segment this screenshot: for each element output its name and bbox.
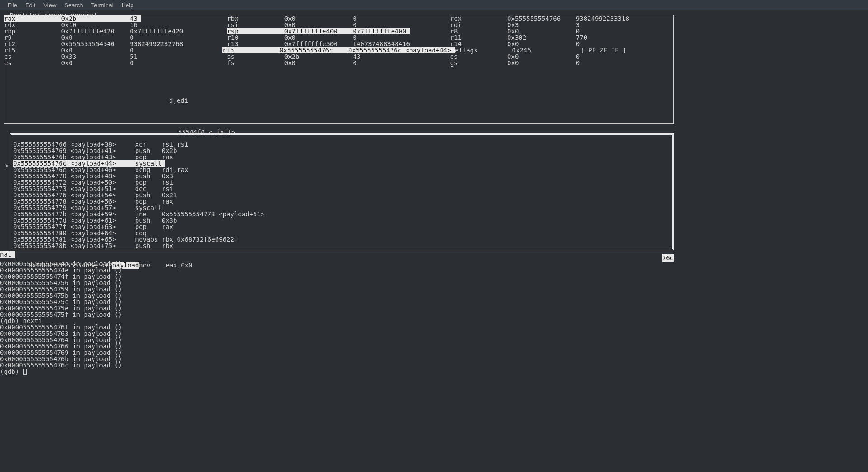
asm-line: 0x555555554773 <payload+51> dec rsi	[11, 186, 672, 192]
register-rax: rax 0x2b 43	[4, 15, 227, 22]
register-r11: r11 0x302 770	[450, 34, 673, 41]
asm-line: 0x555555554766 <payload+38> xor rsi,rsi	[11, 141, 672, 148]
asm-line: 0x555555554776 <payload+54> push 0x21	[11, 192, 672, 198]
register-rdi: rdi 0x3 3	[450, 22, 673, 28]
register-r8: r8 0x0 0	[450, 28, 673, 34]
console-line: 0x000055555555475c in payload ()	[0, 299, 122, 305]
register-rbx: rbx 0x0 0	[227, 15, 450, 22]
console-line: 0x0000555555554769 in payload ()	[0, 349, 122, 356]
menu-view[interactable]: View	[39, 2, 60, 9]
asm-line: 0x55555555476b <payload+43> pop rax	[11, 154, 672, 160]
asm-line: 0x55555555477b <payload+59> jne 0x555555…	[11, 211, 672, 217]
console-line: 0x000055555555476c in payload ()	[0, 362, 122, 368]
asm-line: 0x555555554781 <payload+65> movabs rbx,0…	[11, 236, 672, 243]
console-line: 0x000055555555475f in payload ()	[0, 311, 122, 318]
register-rip: rip 0x55555555476c 0x55555555476c <paylo…	[222, 47, 455, 53]
menu-help[interactable]: Help	[118, 2, 138, 9]
register-rbp: rbp 0x7fffffffe420 0x7fffffffe420	[4, 28, 227, 34]
gdb-prompt[interactable]: (gdb)	[0, 368, 122, 375]
asm-line: 0x555555554778 <payload+56> pop rax	[11, 198, 672, 205]
disassembly-panel: 0x555555554766 <payload+38> xor rsi,rsi0…	[10, 133, 674, 250]
register-fs: fs 0x0 0	[227, 60, 450, 66]
register-ss: ss 0x2b 43	[227, 53, 450, 60]
register-eflags: eflags 0x246 [ PF ZF IF ]	[455, 47, 673, 53]
asm-line: 0x555555554770 <payload+48> push 0x3	[11, 173, 672, 179]
register-r9: r9 0x0 0	[4, 34, 227, 41]
console-line: 0x000055555555476b in payload ()	[0, 356, 122, 362]
asm-line: 0x55555555476e <payload+46> xchg rdi,rax	[11, 167, 672, 173]
register-es: es 0x0 0	[4, 60, 227, 66]
console-line: 0x000055555555474f in payload ()	[0, 273, 122, 280]
console-line: 0x0000555555554763 in payload ()	[0, 330, 122, 337]
register-gs: gs 0x0 0	[450, 60, 673, 66]
console-line: (gdb) nexti	[0, 318, 122, 324]
console-line: 0x0000555555554761 in payload ()	[0, 324, 122, 330]
console-line: 0x0000555555554759 in payload ()	[0, 286, 122, 292]
register-panel: rax 0x2b 43 rbx 0x0 0rcx 0x555555554766 …	[4, 15, 674, 124]
asm-line: 0x555555554779 <payload+57> syscall	[11, 205, 672, 211]
console-line: 0x000055555555474c in payload ()	[0, 261, 122, 267]
register-rsp: rsp 0x7fffffffe400 0x7fffffffe400	[227, 28, 450, 34]
gdb-console[interactable]: 0x000055555555474c in payload ()0x000055…	[0, 261, 122, 375]
register-rcx: rcx 0x555555554766 93824992233318	[450, 15, 673, 22]
asm-line: 0x55555555476c <payload+44> syscall	[11, 160, 672, 167]
register-row: r12 0x555555554540 93824992232768r13 0x7…	[4, 41, 673, 47]
menu-bar: File Edit View Search Terminal Help	[0, 0, 868, 10]
cursor	[23, 369, 27, 375]
register-r13: r13 0x7fffffffe500 140737488348416	[227, 41, 450, 47]
console-line: 0x000055555555475b in payload ()	[0, 292, 122, 299]
status-right: 76c	[662, 254, 674, 262]
console-line: 0x0000555555554766 in payload ()	[0, 343, 122, 349]
register-cs: cs 0x33 51	[4, 53, 227, 60]
register-rdx: rdx 0x10 16	[4, 22, 227, 28]
register-row: r15 0x0 0rip 0x55555555476c 0x5555555547…	[4, 47, 673, 53]
asm-line: 0x55555555477f <payload+63> pop rax	[11, 224, 672, 230]
register-row: cs 0x33 51ss 0x2b 43ds 0x0 0	[4, 53, 673, 60]
asm-line: 0x555555554780 <payload+64> cdq	[11, 230, 672, 236]
console-line: 0x0000555555554756 in payload ()	[0, 280, 122, 286]
register-row: es 0x0 0fs 0x0 0gs 0x0 0	[4, 60, 673, 66]
asm-current-pointer: >	[5, 162, 8, 169]
register-r14: r14 0x0 0	[450, 41, 673, 47]
menu-edit[interactable]: Edit	[21, 2, 39, 9]
register-r10: r10 0x0 0	[227, 34, 450, 41]
register-row: r9 0x0 0r10 0x0 0r11 0x302 770	[4, 34, 673, 41]
asm-line: 0x555555554772 <payload+50> pop rsi	[11, 179, 672, 186]
asm-line: 0x55555555477d <payload+61> push 0x3b	[11, 217, 672, 224]
fragment-text-1: d,edi	[169, 97, 188, 104]
menu-terminal[interactable]: Terminal	[87, 2, 118, 9]
register-rsi: rsi 0x0 0	[227, 22, 450, 28]
menu-file[interactable]: File	[4, 2, 21, 9]
register-r15: r15 0x0 0	[4, 47, 222, 53]
register-row: rdx 0x10 16rsi 0x0 0rdi 0x3 3	[4, 22, 673, 28]
register-r12: r12 0x555555554540 93824992232768	[4, 41, 227, 47]
menu-search[interactable]: Search	[60, 2, 87, 9]
status-mid-suffix: mov eax,0x0	[139, 262, 192, 269]
console-line: 0x000055555555475e in payload ()	[0, 305, 122, 311]
register-row: rbp 0x7fffffffe420 0x7fffffffe420rsp 0x7…	[4, 28, 673, 34]
register-row: rax 0x2b 43 rbx 0x0 0rcx 0x555555554766 …	[4, 15, 673, 22]
asm-line: 0x55555555478b <payload+75> push rbx	[11, 243, 672, 249]
asm-line: 0x555555554769 <payload+41> push 0x2b	[11, 148, 672, 154]
terminal-area[interactable]: Register group: general rax 0x2b 43 rbx …	[0, 10, 868, 14]
console-line: 0x000055555555474e in payload ()	[0, 267, 122, 273]
register-ds: ds 0x0 0	[450, 53, 673, 60]
console-line: 0x0000555555554764 in payload ()	[0, 337, 122, 343]
